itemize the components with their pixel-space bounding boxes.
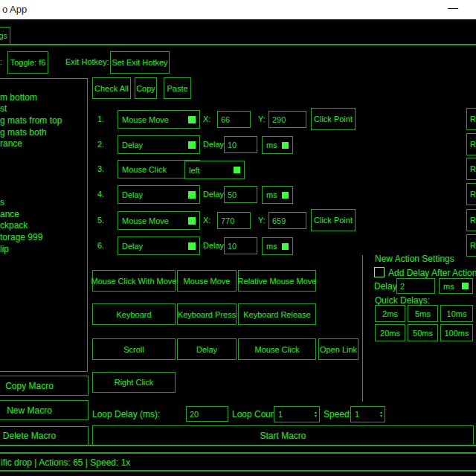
click-point-button[interactable]: Click Point bbox=[311, 108, 356, 130]
action-type-dropdown[interactable]: Mouse Move bbox=[118, 110, 200, 129]
paste-button[interactable]: Paste bbox=[164, 77, 191, 99]
action-row-number: 4. bbox=[97, 190, 104, 199]
spinner-buttons[interactable]: ▲▼ bbox=[314, 411, 318, 418]
delay-value-input[interactable] bbox=[224, 186, 257, 203]
dropdown-indicator-icon bbox=[188, 116, 196, 123]
add-scroll-button[interactable]: Scroll bbox=[92, 338, 176, 360]
action-row-number: 3. bbox=[97, 164, 104, 173]
loop-delay-label: Loop Delay (ms): bbox=[92, 409, 160, 419]
add-mouse-move-button[interactable]: Mouse Move bbox=[177, 270, 237, 292]
macro-list-item[interactable]: rance bbox=[0, 138, 87, 150]
quick-delays-label: Quick Delays: bbox=[375, 295, 430, 306]
macro-list-item[interactable] bbox=[0, 80, 87, 92]
add-keyboard-release-button[interactable]: Keyboard Release bbox=[238, 303, 316, 325]
quick-delay-50ms-button[interactable]: 50ms bbox=[408, 324, 438, 341]
delay-unit-dropdown[interactable]: ms bbox=[262, 136, 293, 154]
macro-list-item[interactable] bbox=[0, 185, 87, 197]
quick-delay-2ms-button[interactable]: 2ms bbox=[375, 305, 405, 322]
delay-label: Delay bbox=[203, 190, 224, 199]
quick-delay-5ms-button[interactable]: 5ms bbox=[408, 305, 438, 322]
add-keyboard-button[interactable]: Keyboard bbox=[92, 303, 176, 325]
macro-list-item[interactable] bbox=[0, 174, 87, 186]
remove-action-button[interactable]: R bbox=[466, 183, 476, 205]
action-row-number: 2. bbox=[97, 140, 104, 149]
macro-list-item[interactable]: m bottom bbox=[0, 92, 87, 104]
add-delay-button[interactable]: Delay bbox=[177, 338, 237, 360]
action-type-value: Mouse Click bbox=[122, 165, 167, 174]
copy-button[interactable]: Copy bbox=[135, 77, 157, 99]
action-type-dropdown[interactable]: Delay bbox=[118, 135, 200, 154]
mouse-button-dropdown[interactable]: left bbox=[184, 161, 245, 179]
add-mouse-click-button[interactable]: Mouse Click bbox=[238, 338, 316, 360]
add-mouse-click-with-move-button[interactable]: Mouse Click With Move bbox=[92, 270, 176, 292]
status-text: ific drop | Actions: 65 | Speed: 1x bbox=[1, 457, 130, 468]
remove-action-button[interactable]: R bbox=[466, 234, 476, 257]
speed-spinner[interactable]: 1 ▲▼ bbox=[350, 406, 385, 422]
macro-list-item[interactable]: torage 999 bbox=[0, 232, 87, 244]
dropdown-indicator-icon bbox=[188, 191, 196, 199]
dropdown-indicator-icon bbox=[188, 141, 196, 149]
dropdown-indicator-icon bbox=[282, 192, 289, 199]
macro-list-item[interactable]: s bbox=[0, 197, 87, 209]
tab-settings[interactable]: gs bbox=[0, 27, 10, 45]
macro-list-item[interactable]: g mats both bbox=[0, 127, 87, 139]
delay-unit-dropdown[interactable]: ms bbox=[262, 237, 293, 255]
start-macro-button[interactable]: Start Macro bbox=[92, 425, 474, 446]
y-coordinate-input[interactable] bbox=[268, 111, 306, 128]
add-delay-after-action-checkbox[interactable] bbox=[374, 267, 385, 277]
check-all-button[interactable]: Check All bbox=[92, 77, 131, 99]
add-open-link-button[interactable]: Open Link bbox=[318, 338, 358, 360]
minimize-icon[interactable]: — bbox=[448, 1, 458, 13]
new-action-delay-input[interactable] bbox=[396, 278, 435, 294]
delay-label: Delay bbox=[203, 241, 224, 250]
add-keyboard-press-button[interactable]: Keyboard Press bbox=[177, 303, 237, 325]
x-coordinate-input[interactable] bbox=[217, 111, 251, 128]
spinner-down-icon[interactable]: ▼ bbox=[379, 414, 383, 418]
mouse-button-value: left bbox=[189, 166, 200, 175]
delay-unit-dropdown[interactable]: ms bbox=[262, 186, 293, 204]
remove-action-button[interactable]: R bbox=[466, 158, 476, 180]
action-type-value: Mouse Move bbox=[122, 216, 169, 225]
action-type-value: Delay bbox=[122, 190, 143, 199]
remove-action-button[interactable]: R bbox=[466, 209, 476, 231]
y-coordinate-input[interactable] bbox=[268, 212, 306, 229]
delay-value-input[interactable] bbox=[224, 136, 257, 153]
action-type-dropdown[interactable]: Delay bbox=[118, 185, 200, 204]
add-right-click-button[interactable]: Right Click bbox=[92, 372, 176, 393]
x-coordinate-input[interactable] bbox=[217, 212, 251, 229]
delete-macro-button[interactable]: Delete Macro bbox=[0, 426, 89, 446]
macro-list-item[interactable]: st bbox=[0, 103, 87, 115]
copy-macro-button[interactable]: Copy Macro bbox=[0, 376, 89, 396]
quick-delay-20ms-button[interactable]: 20ms bbox=[375, 324, 405, 341]
remove-action-button[interactable]: R bbox=[466, 108, 476, 130]
delay-value-input[interactable] bbox=[224, 237, 257, 254]
quick-delay-10ms-button[interactable]: 10ms bbox=[440, 305, 473, 322]
loop-delay-input[interactable] bbox=[186, 406, 228, 422]
action-type-dropdown[interactable]: Mouse Move bbox=[118, 211, 200, 230]
tabstrip-divider bbox=[0, 44, 476, 45]
remove-action-button[interactable]: R bbox=[466, 133, 476, 155]
macro-list-item[interactable] bbox=[0, 150, 87, 162]
spinner-down-icon[interactable]: ▼ bbox=[314, 414, 318, 418]
delay-label: Delay bbox=[203, 140, 224, 149]
new-action-settings-title: New Action Settings bbox=[375, 254, 454, 264]
set-exit-hotkey-button[interactable]: Set Exit Hotkey bbox=[110, 51, 170, 74]
y-label: Y: bbox=[258, 216, 266, 225]
add-relative-mouse-move-button[interactable]: Relative Mouse Move bbox=[238, 270, 316, 292]
loop-count-spinner[interactable]: 1 ▲▼ bbox=[274, 406, 320, 422]
action-type-dropdown[interactable]: Delay bbox=[118, 237, 200, 255]
new-macro-button[interactable]: New Macro bbox=[0, 400, 89, 420]
new-action-delay-unit-value: ms bbox=[443, 282, 454, 291]
app-window: o App — gs : Toggle: f6 Exit Hotkey: Set… bbox=[0, 0, 476, 476]
quick-delay-100ms-button[interactable]: 100ms bbox=[440, 324, 473, 341]
macro-list-item[interactable]: ance bbox=[0, 209, 87, 221]
macro-list-item[interactable]: g mats from top bbox=[0, 115, 87, 127]
spinner-buttons[interactable]: ▲▼ bbox=[379, 411, 383, 418]
macro-list[interactable]: m bottom st g mats from top g mats both … bbox=[0, 78, 88, 372]
macro-list-item[interactable] bbox=[0, 162, 87, 174]
macro-list-item[interactable]: ckpack bbox=[0, 220, 87, 232]
click-point-button[interactable]: Click Point bbox=[311, 209, 356, 231]
toggle-hotkey-button[interactable]: Toggle: f6 bbox=[7, 51, 48, 74]
macro-list-item[interactable]: lip bbox=[0, 244, 87, 256]
new-action-delay-unit-dropdown[interactable]: ms bbox=[439, 278, 473, 294]
